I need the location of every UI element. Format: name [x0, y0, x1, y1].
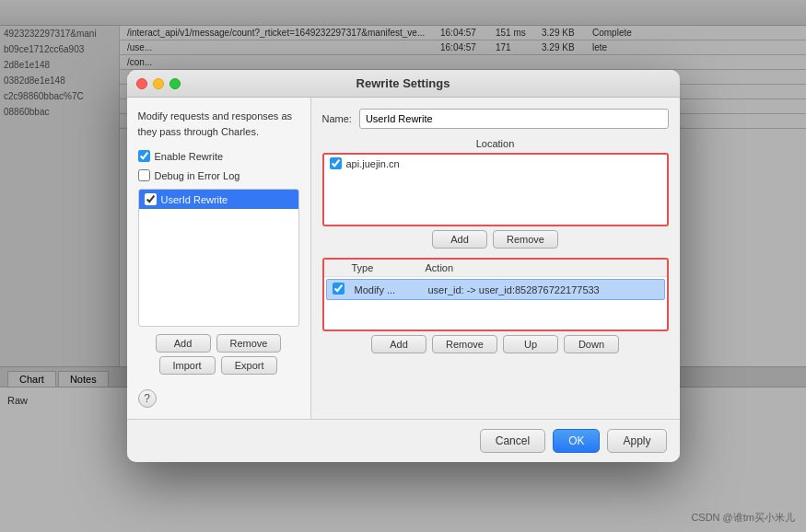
rewrite-item-checkbox[interactable]: [145, 193, 157, 205]
rule-checkbox[interactable]: [333, 283, 345, 295]
location-checkbox[interactable]: [330, 157, 342, 169]
rules-table-row[interactable]: Modify ... user_id: -> user_id:852876722…: [326, 279, 665, 300]
col-type: Type: [352, 262, 426, 273]
dialog-left-panel: Modify requests and responses as they pa…: [127, 98, 311, 419]
col-action: Action: [426, 262, 661, 273]
rules-down-button[interactable]: Down: [564, 335, 619, 353]
rule-action: user_id: -> user_id:852876722177533: [428, 284, 659, 295]
left-add-button[interactable]: Add: [156, 334, 211, 353]
location-remove-button[interactable]: Remove: [493, 230, 558, 249]
rules-add-button[interactable]: Add: [371, 335, 426, 353]
debug-error-log-row[interactable]: Debug in Error Log: [138, 169, 299, 181]
help-button[interactable]: ?: [138, 389, 157, 408]
col-checkbox: [330, 262, 352, 273]
modal-overlay: Rewrite Settings Modify requests and res…: [0, 0, 806, 532]
enable-rewrite-checkbox[interactable]: [138, 150, 150, 162]
enable-rewrite-label: Enable Rewrite: [155, 151, 224, 162]
debug-checkbox[interactable]: [138, 169, 150, 181]
add-remove-row: Add Remove: [138, 334, 299, 353]
left-remove-button[interactable]: Remove: [216, 334, 282, 353]
location-host: api.juejin.cn: [346, 158, 400, 169]
left-export-button[interactable]: Export: [221, 356, 278, 375]
dialog-right-panel: Name: Location api.juejin.cn Add Remove: [311, 98, 680, 419]
enable-rewrite-row[interactable]: Enable Rewrite: [138, 150, 299, 162]
name-row: Name:: [322, 109, 669, 129]
dialog-title: Rewrite Settings: [356, 76, 450, 90]
traffic-lights: [136, 78, 181, 89]
rule-type: Modify ...: [355, 284, 428, 295]
dialog-footer: Cancel OK Apply: [127, 419, 680, 462]
rule-checkbox-cell: [333, 283, 355, 296]
import-export-row: Import Export: [138, 356, 299, 375]
ok-button[interactable]: OK: [553, 429, 600, 453]
apply-button[interactable]: Apply: [607, 429, 666, 453]
location-add-button[interactable]: Add: [432, 230, 487, 249]
location-item[interactable]: api.juejin.cn: [324, 155, 667, 172]
close-button[interactable]: [136, 78, 147, 89]
location-section: Location api.juejin.cn Add Remove: [322, 138, 669, 249]
dialog-description: Modify requests and responses as they pa…: [138, 109, 299, 139]
rules-remove-button[interactable]: Remove: [432, 335, 497, 353]
rewrite-item-label: UserId Rewrite: [161, 194, 228, 205]
rewrite-list-item[interactable]: UserId Rewrite: [139, 190, 298, 209]
rules-section: Type Action Modify ... user_id: -> user_…: [322, 258, 669, 408]
dialog-left-buttons: Add Remove Import Export: [138, 334, 299, 375]
name-label: Name:: [322, 113, 352, 124]
left-import-button[interactable]: Import: [159, 356, 216, 375]
dialog-body: Modify requests and responses as they pa…: [127, 98, 680, 419]
location-header: Location: [322, 138, 669, 149]
dialog-titlebar: Rewrite Settings: [127, 70, 680, 98]
rules-buttons: Add Remove Up Down: [322, 335, 669, 353]
rewrite-list: UserId Rewrite: [138, 189, 299, 327]
name-input[interactable]: [359, 109, 669, 129]
maximize-button[interactable]: [169, 78, 181, 89]
rules-table: Type Action Modify ... user_id: -> user_…: [322, 258, 669, 331]
rewrite-settings-dialog: Rewrite Settings Modify requests and res…: [127, 70, 680, 462]
location-list: api.juejin.cn: [322, 153, 669, 226]
rules-table-header: Type Action: [324, 260, 667, 277]
debug-label: Debug in Error Log: [155, 170, 240, 181]
location-buttons: Add Remove: [322, 230, 669, 249]
minimize-button[interactable]: [153, 78, 164, 89]
cancel-button[interactable]: Cancel: [480, 429, 545, 453]
rules-up-button[interactable]: Up: [503, 335, 558, 353]
